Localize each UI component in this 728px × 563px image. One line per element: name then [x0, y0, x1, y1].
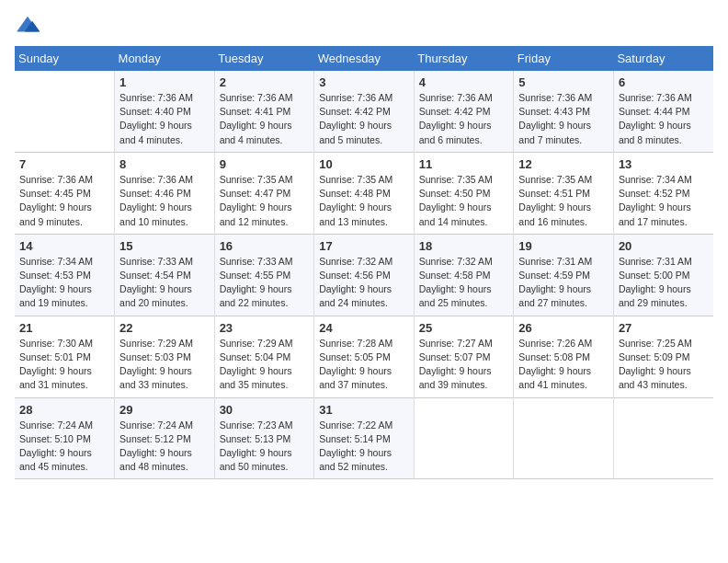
day-number: 23	[220, 321, 310, 335]
day-number: 5	[518, 75, 609, 89]
day-info: Sunrise: 7:28 AMSunset: 5:05 PMDaylight:…	[319, 337, 409, 393]
day-number: 14	[19, 239, 109, 253]
day-info: Sunrise: 7:31 AMSunset: 5:00 PMDaylight:…	[619, 255, 709, 311]
day-info: Sunrise: 7:36 AMSunset: 4:43 PMDaylight:…	[518, 91, 609, 147]
day-number: 19	[518, 239, 609, 253]
calendar-cell: 10Sunrise: 7:35 AMSunset: 4:48 PMDayligh…	[314, 152, 415, 234]
day-number: 4	[419, 75, 509, 89]
calendar-cell: 3Sunrise: 7:36 AMSunset: 4:42 PMDaylight…	[314, 71, 415, 152]
calendar-week-row: 7Sunrise: 7:36 AMSunset: 4:45 PMDaylight…	[15, 152, 713, 234]
calendar-header: SundayMondayTuesdayWednesdayThursdayFrid…	[15, 46, 713, 71]
day-number: 12	[518, 157, 609, 171]
day-info: Sunrise: 7:23 AMSunset: 5:13 PMDaylight:…	[220, 419, 310, 475]
calendar-cell: 17Sunrise: 7:32 AMSunset: 4:56 PMDayligh…	[314, 234, 415, 316]
day-number: 16	[220, 239, 310, 253]
calendar-cell: 1Sunrise: 7:36 AMSunset: 4:40 PMDaylight…	[115, 71, 215, 152]
calendar-cell: 26Sunrise: 7:26 AMSunset: 5:08 PMDayligh…	[514, 316, 614, 397]
weekday-header-thursday: Thursday	[414, 46, 514, 71]
day-info: Sunrise: 7:33 AMSunset: 4:54 PMDaylight:…	[119, 255, 210, 311]
calendar-cell: 6Sunrise: 7:36 AMSunset: 4:44 PMDaylight…	[613, 71, 713, 152]
day-info: Sunrise: 7:27 AMSunset: 5:07 PMDaylight:…	[419, 337, 509, 393]
day-info: Sunrise: 7:29 AMSunset: 5:03 PMDaylight:…	[119, 337, 210, 393]
day-number: 27	[619, 321, 709, 335]
logo-icon	[15, 15, 40, 35]
day-number: 22	[119, 321, 210, 335]
day-number: 3	[319, 75, 409, 89]
weekday-header-saturday: Saturday	[613, 46, 713, 71]
day-info: Sunrise: 7:35 AMSunset: 4:47 PMDaylight:…	[220, 173, 310, 229]
calendar-cell: 24Sunrise: 7:28 AMSunset: 5:05 PMDayligh…	[314, 316, 415, 397]
day-info: Sunrise: 7:36 AMSunset: 4:42 PMDaylight:…	[319, 91, 409, 147]
day-number: 30	[220, 403, 310, 417]
day-number: 24	[319, 321, 409, 335]
day-number: 1	[119, 75, 210, 89]
calendar-week-row: 21Sunrise: 7:30 AMSunset: 5:01 PMDayligh…	[15, 316, 713, 397]
day-number: 6	[619, 75, 709, 89]
calendar-cell: 30Sunrise: 7:23 AMSunset: 5:13 PMDayligh…	[214, 397, 314, 479]
calendar-table: SundayMondayTuesdayWednesdayThursdayFrid…	[15, 46, 713, 479]
day-number: 8	[119, 157, 210, 171]
calendar-cell: 21Sunrise: 7:30 AMSunset: 5:01 PMDayligh…	[15, 316, 115, 397]
calendar-week-row: 14Sunrise: 7:34 AMSunset: 4:53 PMDayligh…	[15, 234, 713, 316]
day-info: Sunrise: 7:36 AMSunset: 4:42 PMDaylight:…	[419, 91, 509, 147]
day-number: 31	[319, 403, 409, 417]
calendar-cell: 9Sunrise: 7:35 AMSunset: 4:47 PMDaylight…	[214, 152, 314, 234]
day-info: Sunrise: 7:35 AMSunset: 4:48 PMDaylight:…	[319, 173, 409, 229]
calendar-cell	[414, 397, 514, 479]
day-info: Sunrise: 7:34 AMSunset: 4:53 PMDaylight:…	[19, 255, 109, 311]
page-header	[15, 15, 713, 35]
calendar-cell: 22Sunrise: 7:29 AMSunset: 5:03 PMDayligh…	[115, 316, 215, 397]
calendar-cell: 13Sunrise: 7:34 AMSunset: 4:52 PMDayligh…	[613, 152, 713, 234]
calendar-cell: 25Sunrise: 7:27 AMSunset: 5:07 PMDayligh…	[414, 316, 514, 397]
day-number: 10	[319, 157, 409, 171]
weekday-header-row: SundayMondayTuesdayWednesdayThursdayFrid…	[15, 46, 713, 71]
calendar-cell: 18Sunrise: 7:32 AMSunset: 4:58 PMDayligh…	[414, 234, 514, 316]
day-info: Sunrise: 7:32 AMSunset: 4:58 PMDaylight:…	[419, 255, 509, 311]
day-info: Sunrise: 7:35 AMSunset: 4:51 PMDaylight:…	[518, 173, 609, 229]
calendar-cell: 8Sunrise: 7:36 AMSunset: 4:46 PMDaylight…	[115, 152, 215, 234]
day-info: Sunrise: 7:32 AMSunset: 4:56 PMDaylight:…	[319, 255, 409, 311]
calendar-cell: 29Sunrise: 7:24 AMSunset: 5:12 PMDayligh…	[115, 397, 215, 479]
day-number: 20	[619, 239, 709, 253]
day-number: 7	[19, 157, 109, 171]
calendar-week-row: 28Sunrise: 7:24 AMSunset: 5:10 PMDayligh…	[15, 397, 713, 479]
calendar-cell	[613, 397, 713, 479]
calendar-cell: 20Sunrise: 7:31 AMSunset: 5:00 PMDayligh…	[613, 234, 713, 316]
weekday-header-friday: Friday	[514, 46, 614, 71]
day-number: 9	[220, 157, 310, 171]
calendar-cell: 31Sunrise: 7:22 AMSunset: 5:14 PMDayligh…	[314, 397, 415, 479]
calendar-cell: 14Sunrise: 7:34 AMSunset: 4:53 PMDayligh…	[15, 234, 115, 316]
day-number: 21	[19, 321, 109, 335]
day-info: Sunrise: 7:36 AMSunset: 4:44 PMDaylight:…	[619, 91, 709, 147]
calendar-cell: 19Sunrise: 7:31 AMSunset: 4:59 PMDayligh…	[514, 234, 614, 316]
day-info: Sunrise: 7:24 AMSunset: 5:10 PMDaylight:…	[19, 419, 109, 475]
day-info: Sunrise: 7:33 AMSunset: 4:55 PMDaylight:…	[220, 255, 310, 311]
day-info: Sunrise: 7:26 AMSunset: 5:08 PMDaylight:…	[518, 337, 609, 393]
weekday-header-wednesday: Wednesday	[314, 46, 415, 71]
day-info: Sunrise: 7:30 AMSunset: 5:01 PMDaylight:…	[19, 337, 109, 393]
day-number: 17	[319, 239, 409, 253]
day-number: 15	[119, 239, 210, 253]
day-number: 2	[220, 75, 310, 89]
calendar-cell: 12Sunrise: 7:35 AMSunset: 4:51 PMDayligh…	[514, 152, 614, 234]
day-info: Sunrise: 7:25 AMSunset: 5:09 PMDaylight:…	[619, 337, 709, 393]
day-info: Sunrise: 7:29 AMSunset: 5:04 PMDaylight:…	[220, 337, 310, 393]
day-number: 26	[518, 321, 609, 335]
logo	[15, 15, 44, 35]
calendar-cell: 15Sunrise: 7:33 AMSunset: 4:54 PMDayligh…	[115, 234, 215, 316]
calendar-cell: 7Sunrise: 7:36 AMSunset: 4:45 PMDaylight…	[15, 152, 115, 234]
calendar-cell: 4Sunrise: 7:36 AMSunset: 4:42 PMDaylight…	[414, 71, 514, 152]
weekday-header-tuesday: Tuesday	[214, 46, 314, 71]
day-info: Sunrise: 7:24 AMSunset: 5:12 PMDaylight:…	[119, 419, 210, 475]
day-number: 13	[619, 157, 709, 171]
day-number: 29	[119, 403, 210, 417]
day-info: Sunrise: 7:35 AMSunset: 4:50 PMDaylight:…	[419, 173, 509, 229]
day-info: Sunrise: 7:34 AMSunset: 4:52 PMDaylight:…	[619, 173, 709, 229]
calendar-cell: 27Sunrise: 7:25 AMSunset: 5:09 PMDayligh…	[613, 316, 713, 397]
calendar-cell: 23Sunrise: 7:29 AMSunset: 5:04 PMDayligh…	[214, 316, 314, 397]
day-number: 18	[419, 239, 509, 253]
day-number: 25	[419, 321, 509, 335]
calendar-body: 1Sunrise: 7:36 AMSunset: 4:40 PMDaylight…	[15, 71, 713, 479]
day-info: Sunrise: 7:31 AMSunset: 4:59 PMDaylight:…	[518, 255, 609, 311]
day-info: Sunrise: 7:36 AMSunset: 4:46 PMDaylight:…	[119, 173, 210, 229]
